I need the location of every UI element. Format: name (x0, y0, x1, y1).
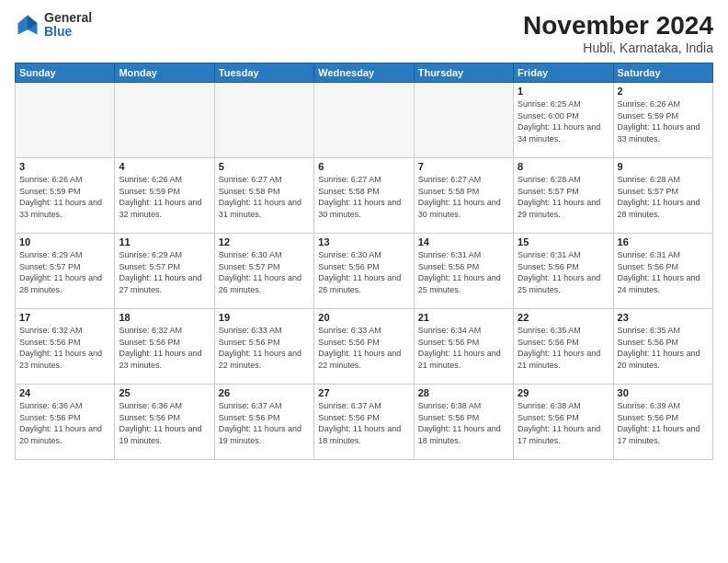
day-info: Sunrise: 6:33 AM Sunset: 5:56 PM Dayligh… (219, 325, 310, 371)
table-cell: 23Sunrise: 6:35 AM Sunset: 5:56 PM Dayli… (613, 309, 712, 385)
calendar: Sunday Monday Tuesday Wednesday Thursday… (15, 63, 713, 460)
day-number: 28 (418, 387, 509, 398)
day-info: Sunrise: 6:37 AM Sunset: 5:56 PM Dayligh… (219, 400, 310, 446)
table-cell: 16Sunrise: 6:31 AM Sunset: 5:56 PM Dayli… (613, 234, 712, 309)
day-info: Sunrise: 6:31 AM Sunset: 5:56 PM Dayligh… (518, 249, 609, 295)
day-info: Sunrise: 6:35 AM Sunset: 5:56 PM Dayligh… (518, 325, 609, 371)
day-number: 5 (219, 161, 310, 172)
logo: General Blue (15, 11, 92, 40)
week-row-4: 24Sunrise: 6:36 AM Sunset: 5:56 PM Dayli… (16, 385, 713, 460)
week-row-1: 3Sunrise: 6:26 AM Sunset: 5:59 PM Daylig… (16, 158, 713, 234)
table-cell: 18Sunrise: 6:32 AM Sunset: 5:56 PM Dayli… (115, 309, 214, 385)
table-cell: 11Sunrise: 6:29 AM Sunset: 5:57 PM Dayli… (115, 234, 214, 309)
table-cell (115, 83, 214, 158)
table-cell: 29Sunrise: 6:38 AM Sunset: 5:56 PM Dayli… (514, 385, 613, 460)
table-cell: 17Sunrise: 6:32 AM Sunset: 5:56 PM Dayli… (16, 309, 115, 385)
day-info: Sunrise: 6:36 AM Sunset: 5:56 PM Dayligh… (19, 400, 110, 446)
table-cell: 21Sunrise: 6:34 AM Sunset: 5:56 PM Dayli… (414, 309, 513, 385)
col-wednesday: Wednesday (314, 63, 414, 83)
day-number: 20 (318, 312, 409, 323)
table-cell: 2Sunrise: 6:26 AM Sunset: 5:59 PM Daylig… (613, 83, 712, 158)
day-number: 24 (19, 387, 110, 398)
day-info: Sunrise: 6:25 AM Sunset: 6:00 PM Dayligh… (518, 98, 609, 144)
logo-blue: Blue (44, 25, 92, 39)
col-sunday: Sunday (16, 63, 115, 83)
table-cell: 3Sunrise: 6:26 AM Sunset: 5:59 PM Daylig… (16, 158, 115, 234)
table-cell: 4Sunrise: 6:26 AM Sunset: 5:59 PM Daylig… (115, 158, 214, 234)
logo-general: General (44, 11, 92, 25)
day-number: 2 (618, 86, 709, 97)
day-info: Sunrise: 6:37 AM Sunset: 5:56 PM Dayligh… (318, 400, 409, 446)
day-info: Sunrise: 6:31 AM Sunset: 5:56 PM Dayligh… (618, 249, 709, 295)
day-number: 17 (19, 312, 110, 323)
table-cell: 5Sunrise: 6:27 AM Sunset: 5:58 PM Daylig… (214, 158, 313, 234)
day-info: Sunrise: 6:28 AM Sunset: 5:57 PM Dayligh… (618, 174, 709, 220)
day-info: Sunrise: 6:29 AM Sunset: 5:57 PM Dayligh… (19, 249, 110, 295)
title-block: November 2024 Hubli, Karnataka, India (523, 11, 713, 55)
logo-text: General Blue (44, 11, 92, 40)
day-number: 21 (418, 312, 509, 323)
col-tuesday: Tuesday (214, 63, 313, 83)
day-number: 10 (19, 236, 110, 247)
day-number: 4 (119, 161, 210, 172)
header: General Blue November 2024 Hubli, Karnat… (15, 11, 713, 55)
day-number: 26 (219, 387, 310, 398)
day-number: 30 (618, 387, 709, 398)
day-info: Sunrise: 6:36 AM Sunset: 5:56 PM Dayligh… (119, 400, 210, 446)
day-info: Sunrise: 6:32 AM Sunset: 5:56 PM Dayligh… (19, 325, 110, 371)
day-number: 8 (518, 161, 609, 172)
table-cell: 28Sunrise: 6:38 AM Sunset: 5:56 PM Dayli… (414, 385, 513, 460)
table-cell (214, 83, 313, 158)
day-info: Sunrise: 6:31 AM Sunset: 5:56 PM Dayligh… (418, 249, 509, 295)
table-cell: 15Sunrise: 6:31 AM Sunset: 5:56 PM Dayli… (514, 234, 613, 309)
day-number: 3 (19, 161, 110, 172)
day-info: Sunrise: 6:38 AM Sunset: 5:56 PM Dayligh… (518, 400, 609, 446)
day-number: 12 (219, 236, 310, 247)
day-number: 27 (318, 387, 409, 398)
table-cell: 20Sunrise: 6:33 AM Sunset: 5:56 PM Dayli… (314, 309, 414, 385)
table-cell: 24Sunrise: 6:36 AM Sunset: 5:56 PM Dayli… (16, 385, 115, 460)
week-row-2: 10Sunrise: 6:29 AM Sunset: 5:57 PM Dayli… (16, 234, 713, 309)
week-row-0: 1Sunrise: 6:25 AM Sunset: 6:00 PM Daylig… (16, 83, 713, 158)
day-number: 19 (219, 312, 310, 323)
day-number: 18 (119, 312, 210, 323)
table-cell: 14Sunrise: 6:31 AM Sunset: 5:56 PM Dayli… (414, 234, 513, 309)
day-info: Sunrise: 6:34 AM Sunset: 5:56 PM Dayligh… (418, 325, 509, 371)
table-cell: 6Sunrise: 6:27 AM Sunset: 5:58 PM Daylig… (314, 158, 414, 234)
month-title: November 2024 (523, 11, 713, 40)
table-cell: 8Sunrise: 6:28 AM Sunset: 5:57 PM Daylig… (514, 158, 613, 234)
day-number: 1 (518, 86, 609, 97)
day-info: Sunrise: 6:27 AM Sunset: 5:58 PM Dayligh… (219, 174, 310, 220)
table-cell: 30Sunrise: 6:39 AM Sunset: 5:56 PM Dayli… (613, 385, 712, 460)
col-thursday: Thursday (414, 63, 513, 83)
day-info: Sunrise: 6:38 AM Sunset: 5:56 PM Dayligh… (418, 400, 509, 446)
day-number: 6 (318, 161, 409, 172)
day-number: 9 (618, 161, 709, 172)
table-cell: 10Sunrise: 6:29 AM Sunset: 5:57 PM Dayli… (16, 234, 115, 309)
day-number: 15 (518, 236, 609, 247)
day-number: 25 (119, 387, 210, 398)
day-info: Sunrise: 6:30 AM Sunset: 5:57 PM Dayligh… (219, 249, 310, 295)
table-cell: 19Sunrise: 6:33 AM Sunset: 5:56 PM Dayli… (214, 309, 313, 385)
table-cell: 13Sunrise: 6:30 AM Sunset: 5:56 PM Dayli… (314, 234, 414, 309)
day-number: 13 (318, 236, 409, 247)
table-cell: 12Sunrise: 6:30 AM Sunset: 5:57 PM Dayli… (214, 234, 313, 309)
table-cell: 26Sunrise: 6:37 AM Sunset: 5:56 PM Dayli… (214, 385, 313, 460)
day-info: Sunrise: 6:27 AM Sunset: 5:58 PM Dayligh… (318, 174, 409, 220)
col-friday: Friday (514, 63, 613, 83)
col-saturday: Saturday (613, 63, 712, 83)
day-number: 7 (418, 161, 509, 172)
calendar-header-row: Sunday Monday Tuesday Wednesday Thursday… (16, 63, 713, 83)
location-title: Hubli, Karnataka, India (523, 40, 713, 55)
day-number: 14 (418, 236, 509, 247)
table-cell: 25Sunrise: 6:36 AM Sunset: 5:56 PM Dayli… (115, 385, 214, 460)
week-row-3: 17Sunrise: 6:32 AM Sunset: 5:56 PM Dayli… (16, 309, 713, 385)
day-info: Sunrise: 6:29 AM Sunset: 5:57 PM Dayligh… (119, 249, 210, 295)
table-cell: 22Sunrise: 6:35 AM Sunset: 5:56 PM Dayli… (514, 309, 613, 385)
table-cell: 1Sunrise: 6:25 AM Sunset: 6:00 PM Daylig… (514, 83, 613, 158)
table-cell: 7Sunrise: 6:27 AM Sunset: 5:58 PM Daylig… (414, 158, 513, 234)
table-cell (16, 83, 115, 158)
logo-icon (15, 12, 40, 38)
day-number: 11 (119, 236, 210, 247)
day-number: 16 (618, 236, 709, 247)
